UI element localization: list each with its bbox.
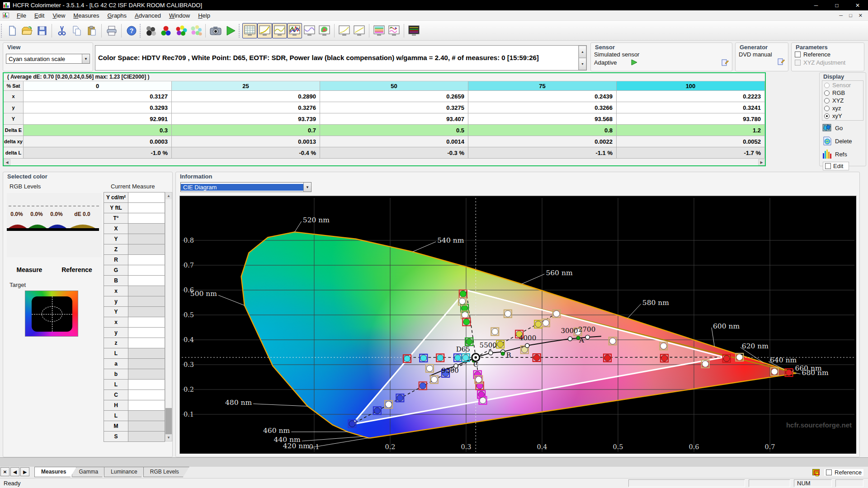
refs-button[interactable]: Refs <box>822 148 863 160</box>
view-multi-lines-button[interactable] <box>372 23 387 38</box>
minimize-button[interactable]: ─ <box>806 0 826 10</box>
copy-button[interactable] <box>69 23 84 38</box>
measures-col-header[interactable]: 75 <box>468 81 617 91</box>
save-button[interactable] <box>34 23 49 38</box>
measures-value[interactable]: 0.7 <box>172 125 320 136</box>
measures-value[interactable]: 93.407 <box>320 113 468 125</box>
measures-col-header[interactable]: 25 <box>172 81 320 91</box>
sensor-run-icon[interactable] <box>631 59 638 66</box>
menu-file[interactable]: File <box>13 11 30 20</box>
scroll-right-icon[interactable]: ▶ <box>758 159 765 165</box>
menu-edit[interactable]: Edit <box>30 11 48 20</box>
grayscale-measure-button[interactable] <box>143 23 158 38</box>
display-radio-xyy[interactable]: xyY <box>824 112 861 120</box>
new-document-button[interactable] <box>5 23 19 38</box>
measures-value[interactable]: 0.3266 <box>468 102 617 113</box>
view-curve-b-button[interactable] <box>352 23 367 38</box>
measures-col-header[interactable]: 0 <box>24 81 172 91</box>
capture-camera-button[interactable] <box>208 23 223 38</box>
measures-value[interactable]: 93.739 <box>172 113 320 125</box>
all-colors-measure-button[interactable] <box>188 23 203 38</box>
menu-help[interactable]: Help <box>194 11 214 20</box>
scrollbar-thumb[interactable] <box>165 408 172 434</box>
tab-luminance[interactable]: Luminance <box>104 467 148 477</box>
chevron-down-icon[interactable]: ▼ <box>303 183 311 192</box>
delete-button[interactable]: Delete <box>822 135 863 147</box>
cie-diagram-chart[interactable]: 9300D655500400030002700ABC520 nm540 nm56… <box>179 196 857 454</box>
measures-value[interactable]: 0.0003 <box>24 136 172 147</box>
tab-measures[interactable]: Measures <box>34 467 76 477</box>
mdi-restore-icon[interactable]: □ <box>849 13 852 19</box>
view-curve-a-button[interactable] <box>337 23 352 38</box>
menu-graphs[interactable]: Graphs <box>103 11 131 20</box>
scroll-up-icon[interactable]: ▲ <box>165 192 172 199</box>
measures-value[interactable]: -0.3 % <box>320 147 468 159</box>
mdi-minimize-icon[interactable]: ─ <box>839 13 843 19</box>
measures-value[interactable]: 0.3275 <box>320 102 468 113</box>
measures-value[interactable]: 0.3 <box>24 125 172 136</box>
paste-button[interactable] <box>84 23 99 38</box>
measures-value[interactable]: 92.991 <box>24 113 172 125</box>
measures-col-header[interactable]: 100 <box>617 81 765 91</box>
measures-value[interactable]: 0.0013 <box>172 136 320 147</box>
primaries-measure-button[interactable] <box>158 23 173 38</box>
measures-value[interactable]: 0.2439 <box>468 91 617 102</box>
tab-scroll-right-button[interactable]: ▶ <box>20 467 29 476</box>
edit-checkbox[interactable]: Edit <box>823 162 849 170</box>
go-button[interactable]: Go <box>822 122 863 134</box>
current-measure-scrollbar[interactable]: ▲ ▼ <box>165 192 172 441</box>
measures-value[interactable]: -1.1 % <box>468 147 617 159</box>
measures-value[interactable]: 0.2223 <box>617 91 765 102</box>
menu-window[interactable]: Window <box>165 11 194 20</box>
measures-value[interactable]: 0.3127 <box>24 91 172 102</box>
mdi-close-icon[interactable]: ✕ <box>859 13 863 19</box>
measures-value[interactable]: 0.0052 <box>617 136 765 147</box>
run-measure-button[interactable] <box>223 23 238 38</box>
tab-close-button[interactable]: ✕ <box>0 467 9 476</box>
measures-value[interactable]: 93.780 <box>617 113 765 125</box>
information-selector[interactable]: CIE Diagram ▼ <box>180 182 311 192</box>
tab-gamma[interactable]: Gamma <box>72 467 108 477</box>
measures-value[interactable]: 1.2 <box>617 125 765 136</box>
view-dark-screen-button[interactable] <box>406 23 421 38</box>
view-measures-grid-button[interactable] <box>242 23 257 38</box>
help-button[interactable]: ? <box>124 23 139 38</box>
measures-value[interactable]: 0.3276 <box>172 102 320 113</box>
cut-button[interactable] <box>54 23 69 38</box>
measures-value[interactable]: 0.0014 <box>320 136 468 147</box>
view-luminance-curve-button[interactable] <box>272 23 287 38</box>
measures-value[interactable]: 0.0022 <box>468 136 617 147</box>
measures-value[interactable]: -1.7 % <box>617 147 765 159</box>
info-spinner[interactable]: ▲▼ <box>578 46 586 70</box>
measures-value[interactable]: 93.568 <box>468 113 617 125</box>
view-color-curves-button[interactable] <box>387 23 401 38</box>
generator-edit-icon[interactable] <box>777 58 785 65</box>
measures-value[interactable]: 0.8 <box>468 125 617 136</box>
display-radio-rgb[interactable]: RGB <box>824 89 861 97</box>
bottom-reference-checkbox[interactable]: Reference <box>824 469 863 476</box>
menu-advanced[interactable]: Advanced <box>131 11 165 20</box>
view-cie-diagram-button[interactable] <box>317 23 332 38</box>
measures-value[interactable]: -1.0 % <box>24 147 172 159</box>
secondaries-measure-button[interactable] <box>173 23 188 38</box>
reference-checkbox-box[interactable] <box>795 52 801 57</box>
menu-measures[interactable]: Measures <box>69 11 103 20</box>
measures-value[interactable]: 0.2890 <box>172 91 320 102</box>
menu-view[interactable]: View <box>48 11 69 20</box>
view-gamma-curve-button[interactable] <box>257 23 272 38</box>
tab-scroll-left-button[interactable]: ◀ <box>10 467 19 476</box>
chevron-down-icon[interactable]: ▼ <box>82 54 90 63</box>
maximize-button[interactable]: □ <box>826 0 847 10</box>
measures-value[interactable]: 0.3293 <box>24 102 172 113</box>
scroll-left-icon[interactable]: ◀ <box>4 159 10 165</box>
measures-hscrollbar[interactable]: ◀ ▶ <box>4 159 765 165</box>
view-tracking-curve-button[interactable] <box>302 23 317 38</box>
view-rgb-histogram-button[interactable] <box>287 23 302 38</box>
close-button[interactable]: ✕ <box>847 0 868 10</box>
edit-colors-icon[interactable] <box>812 469 820 475</box>
reference-checkbox[interactable]: Reference <box>795 51 830 58</box>
measures-grid[interactable]: % Sat0255075100x0.31270.28900.26590.2439… <box>4 81 765 159</box>
display-radio-xyz[interactable]: XYZ <box>824 97 861 104</box>
display-radio-xyz[interactable]: xyz <box>824 104 861 112</box>
measures-value[interactable]: 0.3241 <box>617 102 765 113</box>
